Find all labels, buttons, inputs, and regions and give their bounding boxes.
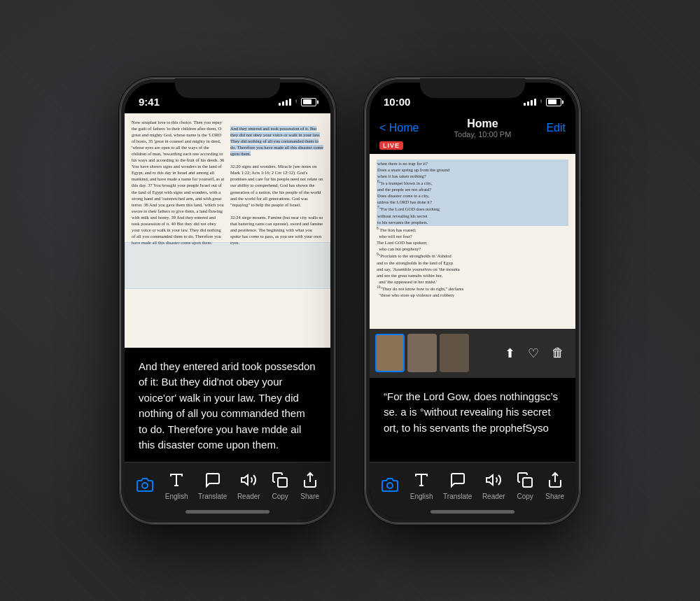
right-toolbar-reader[interactable]: Reader — [482, 470, 505, 500]
right-signal — [524, 99, 536, 106]
phones-container: 9:41 ᵎ Now straplast l — [119, 77, 581, 525]
right-signal-bar-1 — [524, 103, 526, 106]
right-thumb-3[interactable] — [440, 334, 469, 372]
right-toolbar-share[interactable]: Share — [545, 470, 565, 500]
right-english-label: English — [410, 493, 433, 500]
left-english-icon — [167, 470, 186, 490]
left-translate-label: Translate — [198, 493, 227, 500]
left-bible-text: Now straplast love to this choice. Then … — [125, 113, 330, 348]
right-time: 10:00 — [384, 96, 410, 108]
right-copy-icon — [515, 470, 535, 490]
right-ocr-text: “For the Lord Gow, does nothinggsc’s se.… — [384, 389, 561, 437]
left-scan-overlay — [125, 242, 330, 289]
left-screen: 9:41 ᵎ Now straplast l — [125, 83, 330, 519]
right-translate-icon — [448, 470, 468, 490]
right-toolbar-copy[interactable]: Copy — [515, 470, 535, 500]
right-nav-top-row: LIVE — [370, 141, 575, 154]
svg-rect-5 — [523, 478, 532, 487]
right-copy-label: Copy — [517, 493, 533, 500]
right-notch — [420, 78, 525, 98]
right-toolbar-english[interactable]: English — [410, 470, 433, 500]
right-toolbar-camera[interactable] — [380, 475, 400, 495]
right-reader-label: Reader — [482, 493, 505, 500]
right-image-actions: ⬆ ♡ 🗑 — [505, 346, 564, 361]
signal-bar-1 — [279, 103, 281, 106]
right-nav-title: Home — [454, 118, 512, 130]
svg-marker-1 — [241, 475, 248, 485]
left-toolbar-english[interactable]: English — [165, 470, 188, 500]
left-battery-fill — [303, 99, 312, 104]
right-status-icons: ᵎ — [524, 97, 561, 107]
right-thumb-2[interactable] — [407, 334, 437, 372]
right-nav-header: < Home Home Today, 10:00 PM Edit — [370, 113, 575, 141]
right-live-badge: LIVE — [379, 141, 403, 150]
svg-point-0 — [142, 483, 148, 488]
left-toolbar-camera[interactable] — [135, 475, 155, 495]
left-toolbar-share[interactable]: Share — [300, 470, 320, 500]
left-english-label: English — [165, 493, 188, 500]
right-text-result: “For the Lord Gow, does nothinggsc’s se.… — [370, 378, 575, 462]
right-signal-bar-3 — [531, 100, 533, 106]
left-share-label: Share — [300, 493, 319, 500]
svg-rect-2 — [278, 478, 287, 487]
right-share-label: Share — [545, 493, 564, 500]
left-battery-icon — [301, 98, 316, 106]
right-heart-action-icon[interactable]: ♡ — [528, 346, 539, 361]
right-reader-icon — [484, 470, 503, 490]
left-ocr-text: And they entered arid took possesdon of … — [139, 359, 316, 453]
right-thumbnails-strip: ⬆ ♡ 🗑 — [370, 329, 575, 378]
right-thumb-1[interactable] — [375, 334, 405, 372]
right-battery-fill — [548, 99, 557, 104]
right-screen: 10:00 ᵎ < Home — [370, 83, 575, 519]
right-trash-action-icon[interactable]: 🗑 — [552, 346, 564, 360]
left-wifi-icon: ᵎ — [295, 97, 297, 107]
left-bible-passage: Now straplast love to this choice. Then … — [132, 120, 224, 246]
left-text-result: And they entered arid took possesdon of … — [125, 348, 330, 462]
left-signal — [279, 99, 291, 106]
left-reader-icon — [239, 470, 258, 490]
left-toolbar-translate[interactable]: Translate — [198, 470, 227, 500]
svg-marker-4 — [486, 475, 493, 485]
left-share-icon — [300, 470, 320, 490]
right-share-action-icon[interactable]: ⬆ — [505, 346, 515, 361]
right-share-icon — [545, 470, 565, 490]
right-phone: 10:00 ᵎ < Home — [364, 77, 581, 525]
right-highlighted-block: when there is no trap for it? Does a sna… — [377, 160, 568, 226]
right-translate-label: Translate — [443, 493, 472, 500]
right-toolbar-translate[interactable]: Translate — [443, 470, 472, 500]
signal-bar-3 — [286, 100, 288, 106]
left-notch — [175, 78, 280, 98]
signal-bar-4 — [289, 99, 291, 106]
left-time: 9:41 — [139, 96, 160, 108]
signal-bar-2 — [282, 101, 284, 106]
left-copy-label: Copy — [272, 493, 288, 500]
right-english-icon — [412, 470, 431, 490]
right-wifi-icon: ᵎ — [540, 97, 542, 107]
right-signal-bar-2 — [527, 101, 529, 106]
left-toolbar-copy[interactable]: Copy — [270, 470, 290, 500]
right-nav-subtitle: Today, 10:00 PM — [454, 130, 512, 139]
right-image-area: when there is no trap for it? Does a sna… — [370, 154, 575, 378]
left-bible-highlight: And they entered and took possession of … — [230, 126, 323, 156]
left-camera-icon — [135, 475, 155, 495]
right-signal-bar-4 — [534, 99, 536, 106]
svg-point-3 — [387, 483, 393, 488]
right-nav-back[interactable]: < Home — [379, 122, 419, 134]
left-status-icons: ᵎ — [279, 97, 316, 107]
right-nav-title-group: Home Today, 10:00 PM — [454, 118, 512, 139]
right-battery-icon — [546, 98, 561, 106]
right-camera-icon — [380, 475, 400, 495]
left-copy-icon — [270, 470, 290, 490]
left-translate-icon — [203, 470, 223, 490]
right-home-indicator — [430, 510, 514, 514]
left-reader-label: Reader — [237, 493, 260, 500]
left-toolbar-reader[interactable]: Reader — [237, 470, 260, 500]
left-phone: 9:41 ᵎ Now straplast l — [119, 77, 336, 525]
left-image-area: Now straplast love to this choice. Then … — [125, 113, 330, 348]
left-home-indicator — [186, 510, 270, 514]
right-nav-edit[interactable]: Edit — [546, 122, 566, 134]
